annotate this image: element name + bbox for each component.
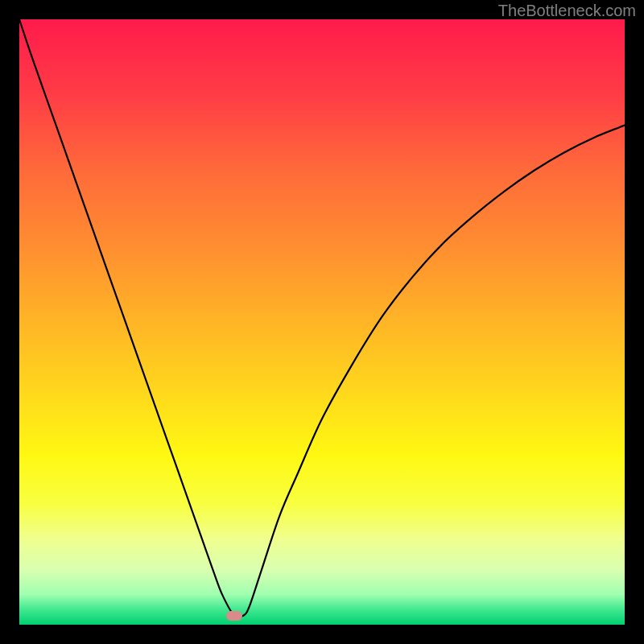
- watermark-text: TheBottleneck.com: [498, 2, 636, 20]
- bottleneck-curve: [19, 19, 625, 625]
- chart-container: TheBottleneck.com: [0, 0, 644, 644]
- curve-minimum-marker: [226, 611, 242, 621]
- plot-area: [19, 19, 625, 625]
